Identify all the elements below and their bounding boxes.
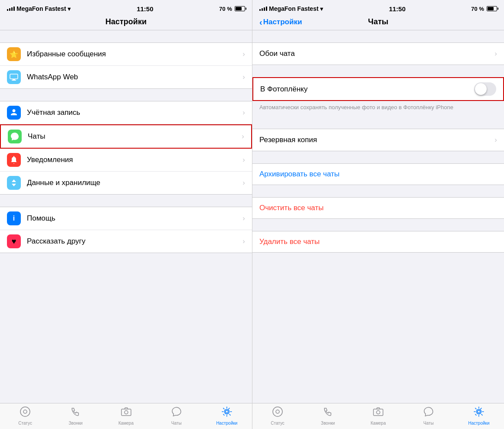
clear-all-label: Очистить все чаты bbox=[259, 204, 324, 212]
back-label: Настройки bbox=[263, 18, 302, 26]
svg-point-12 bbox=[376, 411, 380, 414]
delete-all-item[interactable]: Удалить все чаты bbox=[252, 231, 504, 253]
nav-bar-right: ‹ Настройки Чаты bbox=[252, 16, 504, 30]
svg-rect-5 bbox=[121, 409, 131, 416]
calls-tab-icon-r bbox=[322, 406, 334, 420]
nav-title-left: Настройки bbox=[0, 16, 252, 30]
settings-item-notifications[interactable]: Уведомления › bbox=[0, 149, 252, 172]
chevron-icon: › bbox=[242, 108, 245, 117]
left-scroll[interactable]: ⭐ Избранные сообщения › WhatsApp Web › bbox=[0, 30, 252, 403]
section-1: ⭐ Избранные сообщения › WhatsApp Web › bbox=[0, 42, 252, 89]
settings-item-starred[interactable]: ⭐ Избранные сообщения › bbox=[0, 43, 252, 66]
status-bar-left: MegaFon Fastest ▾ 11:50 70 % bbox=[0, 0, 252, 16]
backup-section: Резервная копия › bbox=[252, 129, 504, 151]
carrier-label: MegaFon Fastest bbox=[16, 5, 66, 12]
backup-item[interactable]: Резервная копия › bbox=[252, 129, 504, 151]
settings-item-data[interactable]: Данные и хранилище › bbox=[0, 172, 252, 194]
tab-settings-label-r: Настройки bbox=[468, 421, 489, 426]
settings-item-chats[interactable]: Чаты › bbox=[0, 124, 252, 149]
chevron-icon: › bbox=[242, 73, 245, 81]
tab-bar-right: Статус Звонки Камера bbox=[252, 403, 504, 429]
notifications-icon bbox=[7, 153, 21, 167]
whatsapp-web-label: WhatsApp Web bbox=[27, 73, 242, 81]
data-label: Данные и хранилище bbox=[27, 179, 242, 187]
svg-point-9 bbox=[273, 407, 282, 416]
settings-item-help[interactable]: i Помощь › bbox=[0, 207, 252, 230]
status-left: MegaFon Fastest ▾ bbox=[7, 5, 71, 12]
svg-point-4 bbox=[23, 410, 27, 413]
settings-item-account[interactable]: Учётная запись › bbox=[0, 101, 252, 124]
wifi-icon-r: ▾ bbox=[320, 6, 323, 12]
starred-label: Избранные сообщения bbox=[27, 50, 242, 58]
battery-icon-r bbox=[487, 6, 497, 11]
wifi-icon: ▾ bbox=[68, 6, 71, 12]
save-to-photos-label: В Фотоплёнку bbox=[260, 85, 474, 94]
tab-camera-label-r: Камера bbox=[371, 421, 386, 426]
svg-point-8 bbox=[224, 410, 229, 414]
svg-rect-11 bbox=[373, 409, 383, 416]
tab-chats[interactable]: Чаты bbox=[151, 406, 202, 426]
svg-point-6 bbox=[124, 411, 128, 414]
settings-tab-icon-r bbox=[473, 406, 484, 420]
save-photos-section: В Фотоплёнку bbox=[252, 77, 504, 101]
chevron-icon: › bbox=[242, 156, 245, 164]
tab-calls-label-r: Звонки bbox=[321, 421, 335, 426]
back-button[interactable]: ‹ Настройки bbox=[259, 18, 302, 26]
chats-label: Чаты bbox=[28, 132, 242, 141]
tell-friend-label: Рассказать другу bbox=[27, 237, 242, 246]
account-label: Учётная запись bbox=[27, 108, 242, 117]
archive-all-label: Архивировать все чаты bbox=[259, 170, 340, 178]
status-right-r: 70 % bbox=[471, 6, 497, 12]
help-label: Помощь bbox=[27, 214, 242, 223]
right-scroll[interactable]: Обои чата › В Фотоплёнку Автоматически с… bbox=[252, 30, 504, 403]
time-label-r: 11:50 bbox=[389, 5, 406, 13]
tab-camera-label: Камера bbox=[118, 421, 134, 426]
calls-tab-icon bbox=[70, 406, 81, 420]
tab-settings-r[interactable]: Настройки bbox=[454, 406, 504, 426]
settings-tab-icon bbox=[221, 406, 232, 420]
nav-title-right: Чаты bbox=[368, 17, 389, 26]
svg-point-3 bbox=[20, 407, 30, 416]
battery-icon bbox=[235, 6, 245, 11]
tab-status-label-r: Статус bbox=[271, 421, 285, 426]
chevron-icon: › bbox=[242, 214, 245, 223]
battery-percent: 70 % bbox=[219, 6, 232, 12]
right-phone: MegaFon Fastest ▾ 11:50 70 % ‹ Настройки… bbox=[252, 0, 504, 429]
notifications-label: Уведомления bbox=[27, 156, 242, 164]
chats-tab-icon bbox=[171, 406, 182, 420]
save-to-photos-row: В Фотоплёнку bbox=[253, 78, 503, 100]
chevron-icon: › bbox=[494, 49, 497, 58]
delete-all-label: Удалить все чаты bbox=[259, 237, 320, 246]
settings-item-whatsapp-web[interactable]: WhatsApp Web › bbox=[0, 66, 252, 88]
tab-calls[interactable]: Звонки bbox=[50, 406, 101, 426]
tab-settings[interactable]: Настройки bbox=[202, 406, 252, 426]
camera-tab-icon bbox=[121, 406, 132, 420]
section-2: Учётная запись › Чаты › bbox=[0, 101, 252, 195]
archive-all-item[interactable]: Архивировать все чаты bbox=[252, 163, 504, 185]
tab-status-r[interactable]: Статус bbox=[252, 406, 303, 426]
svg-rect-0 bbox=[10, 74, 18, 79]
left-phone: MegaFon Fastest ▾ 11:50 70 % Настройки ⭐ bbox=[0, 0, 252, 429]
chevron-icon: › bbox=[242, 179, 245, 187]
svg-rect-2 bbox=[12, 80, 16, 81]
wallpaper-item[interactable]: Обои чата › bbox=[252, 43, 504, 65]
settings-item-tell-friend[interactable]: ♥ Рассказать другу › bbox=[0, 230, 252, 253]
starred-icon: ⭐ bbox=[7, 47, 21, 61]
tab-status[interactable]: Статус bbox=[0, 406, 50, 426]
svg-point-13 bbox=[478, 410, 480, 413]
status-tab-icon-r bbox=[272, 406, 283, 420]
chevron-icon: › bbox=[242, 132, 244, 141]
tab-camera[interactable]: Камера bbox=[101, 406, 151, 426]
battery-percent-r: 70 % bbox=[471, 6, 484, 12]
svg-point-14 bbox=[477, 410, 481, 414]
account-icon bbox=[7, 106, 21, 120]
whatsapp-web-icon bbox=[7, 70, 21, 84]
tab-chats-r[interactable]: Чаты bbox=[403, 406, 454, 426]
tab-camera-r[interactable]: Камера bbox=[353, 406, 403, 426]
status-bar-right: MegaFon Fastest ▾ 11:50 70 % bbox=[252, 0, 504, 16]
chevron-icon: › bbox=[242, 237, 245, 246]
tab-chats-label: Чаты bbox=[171, 421, 182, 426]
clear-all-item[interactable]: Очистить все чаты bbox=[252, 197, 504, 219]
tab-calls-r[interactable]: Звонки bbox=[303, 406, 353, 426]
save-to-photos-toggle[interactable] bbox=[474, 82, 496, 96]
